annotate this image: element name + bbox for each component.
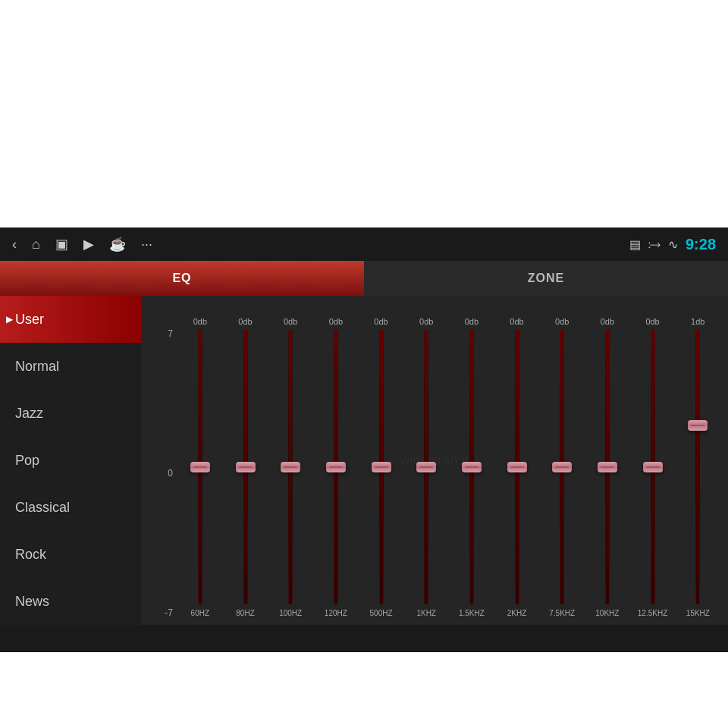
bluetooth-icon: ⧴ — [648, 237, 661, 251]
slider-thumb-80hz[interactable] — [236, 462, 256, 472]
eq-slider-col-80hz: 80HZ — [223, 329, 268, 617]
slider-track-15khz[interactable] — [695, 329, 700, 604]
status-indicators: ▤ ⧴ ∿ 9:28 — [629, 236, 716, 253]
slider-track-1.5khz[interactable] — [469, 329, 474, 604]
wifi-icon: ∿ — [668, 237, 678, 252]
camera-icon[interactable]: ▶ — [83, 236, 94, 253]
sidebar-item-normal[interactable]: Normal — [0, 343, 141, 390]
freq-label-60hz: 60HZ — [191, 609, 209, 617]
slider-thumb-1.5khz[interactable] — [462, 462, 482, 472]
home-icon[interactable]: ⌂ — [32, 237, 40, 253]
slider-track-500hz[interactable] — [379, 329, 384, 604]
sidebar-item-user[interactable]: User — [0, 296, 141, 343]
bag-icon[interactable]: ☕ — [109, 236, 126, 253]
sidebar-item-pop[interactable]: Pop — [0, 437, 141, 484]
freq-label-120hz: 120HZ — [325, 609, 347, 617]
eq-slider-col-7.5khz: 7.5KHZ — [539, 329, 585, 617]
eq-slider-col-120hz: 120HZ — [313, 329, 359, 617]
slider-thumb-500hz[interactable] — [372, 462, 391, 472]
eq-slider-col-2khz: 2KHZ — [494, 329, 540, 617]
db-label-1.5khz: 0db — [449, 317, 494, 326]
slider-track-120hz[interactable] — [334, 329, 338, 604]
freq-label-12.5khz: 12.5KHZ — [638, 609, 667, 617]
eq-panel: wincairan.ir 0db0db0db0db0db0db0db0db0db… — [141, 296, 728, 625]
db-label-12.5khz: 0db — [630, 317, 676, 326]
db-label-10khz: 0db — [585, 317, 630, 326]
slider-track-12.5khz[interactable] — [651, 329, 655, 604]
db-label-500hz: 0db — [359, 317, 404, 326]
more-icon[interactable]: ··· — [141, 237, 152, 253]
slider-track-80hz[interactable] — [243, 329, 248, 604]
sidebar-item-jazz[interactable]: Jazz — [0, 390, 141, 437]
slider-track-60hz[interactable] — [198, 329, 202, 604]
recents-icon[interactable]: ▣ — [55, 236, 68, 253]
status-bar: ‹ ⌂ ▣ ▶ ☕ ··· ▤ ⧴ ∿ 9:28 — [0, 228, 728, 261]
eq-slider-col-60hz: 60HZ — [177, 329, 223, 617]
slider-thumb-10khz[interactable] — [598, 462, 617, 472]
nav-controls: ‹ ⌂ ▣ ▶ ☕ ··· — [12, 236, 152, 253]
main-content: User Normal Jazz Pop Classical Rock News — [0, 296, 728, 625]
sidebar-item-rock[interactable]: Rock — [0, 531, 141, 578]
freq-label-500hz: 500HZ — [370, 609, 393, 617]
eq-slider-col-500hz: 500HZ — [359, 329, 404, 617]
sidebar-item-news[interactable]: News — [0, 578, 141, 625]
db-label-120hz: 0db — [313, 317, 359, 326]
scale-mid: 0 — [168, 469, 173, 478]
eq-slider-col-1khz: 1KHZ — [403, 329, 449, 617]
slider-thumb-120hz[interactable] — [326, 462, 346, 472]
tab-zone[interactable]: ZONE — [364, 261, 728, 296]
sidebar: User Normal Jazz Pop Classical Rock News — [0, 296, 141, 625]
slider-track-100hz[interactable] — [288, 329, 293, 604]
db-label-60hz: 0db — [177, 317, 223, 326]
slider-thumb-100hz[interactable] — [281, 462, 300, 472]
eq-scale: 7 0 -7 — [156, 329, 177, 617]
eq-slider-col-12.5khz: 12.5KHZ — [630, 329, 676, 617]
eq-slider-col-100hz: 100HZ — [268, 329, 313, 617]
db-label-7.5khz: 0db — [539, 317, 585, 326]
db-label-1khz: 0db — [403, 317, 449, 326]
slider-thumb-15khz[interactable] — [688, 420, 708, 431]
slider-track-7.5khz[interactable] — [560, 329, 564, 604]
clock: 9:28 — [686, 236, 716, 253]
db-label-100hz: 0db — [268, 317, 313, 326]
eq-db-labels: 0db0db0db0db0db0db0db0db0db0db0db1db — [156, 303, 720, 326]
back-icon[interactable]: ‹ — [12, 237, 17, 253]
freq-label-80hz: 80HZ — [236, 609, 254, 617]
slider-thumb-7.5khz[interactable] — [552, 462, 572, 472]
slider-track-inner — [696, 329, 699, 604]
freq-label-15khz: 15KHZ — [686, 609, 710, 617]
eq-sliders: 60HZ80HZ100HZ120HZ500HZ1KHZ1.5KHZ2KHZ7.5… — [177, 329, 720, 617]
db-label-15khz: 1db — [675, 317, 720, 326]
tab-eq[interactable]: EQ — [0, 261, 364, 296]
slider-thumb-60hz[interactable] — [190, 462, 210, 472]
freq-label-100hz: 100HZ — [279, 609, 302, 617]
slider-track-1khz[interactable] — [424, 329, 428, 604]
scale-bottom: -7 — [165, 608, 173, 617]
db-label-2khz: 0db — [494, 317, 540, 326]
freq-label-2khz: 2KHZ — [507, 609, 527, 617]
slider-track-2khz[interactable] — [515, 329, 519, 604]
eq-main: 7 0 -7 60HZ80HZ100HZ120HZ500HZ1KHZ1.5KHZ… — [156, 329, 720, 617]
slider-track-10khz[interactable] — [605, 329, 610, 604]
device-frame: ‹ ⌂ ▣ ▶ ☕ ··· ▤ ⧴ ∿ 9:28 EQ ZONE User — [0, 228, 728, 652]
freq-label-1khz: 1KHZ — [416, 609, 436, 617]
slider-thumb-2khz[interactable] — [507, 462, 527, 472]
freq-label-10khz: 10KHZ — [595, 609, 619, 617]
eq-slider-col-1.5khz: 1.5KHZ — [449, 329, 494, 617]
cast-icon: ▤ — [629, 237, 641, 252]
eq-slider-col-10khz: 10KHZ — [585, 329, 630, 617]
freq-label-7.5khz: 7.5KHZ — [549, 609, 575, 617]
tab-bar: EQ ZONE — [0, 261, 728, 296]
freq-label-1.5khz: 1.5KHZ — [459, 609, 485, 617]
sidebar-item-classical[interactable]: Classical — [0, 484, 141, 531]
scale-top: 7 — [168, 329, 173, 338]
eq-slider-col-15khz: 15KHZ — [675, 329, 720, 617]
slider-thumb-1khz[interactable] — [416, 462, 436, 472]
db-label-80hz: 0db — [223, 317, 268, 326]
slider-thumb-12.5khz[interactable] — [643, 462, 663, 472]
